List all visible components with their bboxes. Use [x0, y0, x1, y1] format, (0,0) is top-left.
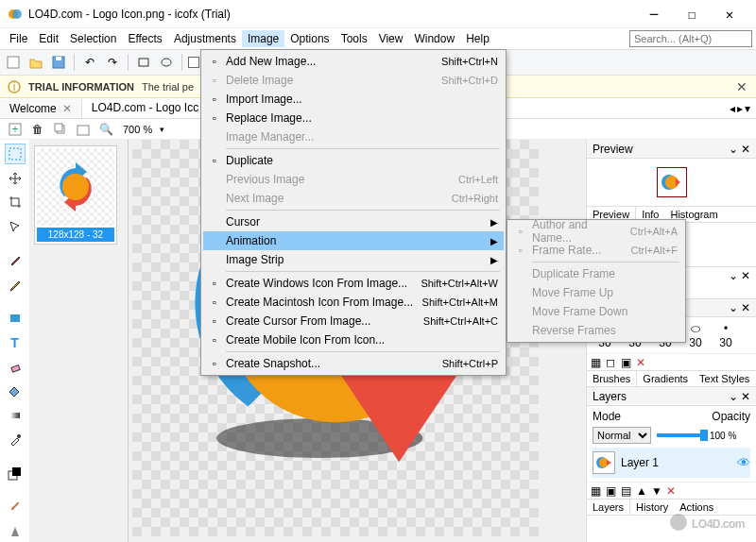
redo-icon[interactable]: ↷ [103, 53, 122, 72]
menu-item-create-snapshot[interactable]: ▫Create Snapshot...Shift+Ctrl+P [203, 354, 504, 373]
pointer-tool[interactable] [5, 216, 26, 237]
layers-body: Mode Opacity Normal 100 % Layer 1 👁 [587, 406, 756, 482]
menu-edit[interactable]: Edit [33, 30, 64, 47]
layer-group-icon[interactable]: ▤ [621, 484, 634, 498]
svg-rect-20 [12, 467, 21, 476]
antialias-checkbox[interactable] [188, 57, 199, 68]
menu-options[interactable]: Options [284, 30, 335, 47]
gradient-tool[interactable] [5, 405, 26, 426]
smudge-tool[interactable] [5, 498, 26, 518]
layers-collapse-icon[interactable]: ⌄ ✕ [729, 390, 750, 403]
svg-rect-5 [139, 59, 148, 66]
text-tool[interactable]: T [5, 332, 26, 353]
brush-tab-brushes[interactable]: Brushes [587, 371, 637, 386]
circle-shape-icon[interactable] [157, 53, 176, 72]
mode-label: Mode [593, 410, 621, 423]
menu-file[interactable]: File [4, 30, 33, 47]
menu-adjustments[interactable]: Adjustments [168, 30, 242, 47]
brush-tab-text-styles[interactable]: Text Styles [694, 371, 755, 386]
menu-image[interactable]: Image [242, 30, 284, 47]
menu-item-import-image[interactable]: ▫Import Image... [203, 90, 504, 109]
minimize-button[interactable]: ─ [635, 1, 673, 27]
menu-item-replace-image[interactable]: ▫Replace Image... [203, 109, 504, 127]
layers-tab-layers[interactable]: Layers [587, 500, 630, 515]
image-menu-dropdown: ▫Add New Image...Shift+Ctrl+N▫Delete Ima… [200, 49, 507, 376]
layer-row[interactable]: Layer 1 👁 [593, 448, 750, 478]
eyedropper-tool[interactable] [5, 430, 26, 450]
brush-tab-gradients[interactable]: Gradients [637, 371, 694, 386]
layer-new-icon[interactable]: ▦ [591, 484, 604, 498]
tab-close-icon[interactable]: ✕ [62, 102, 72, 115]
color-swap-icon[interactable] [5, 464, 26, 484]
menu-item-cursor[interactable]: Cursor▶ [203, 212, 504, 231]
menu-item-duplicate[interactable]: ▫Duplicate [203, 151, 504, 170]
brush-collapse-icon[interactable]: ⌄ ✕ [729, 301, 750, 314]
opacity-slider[interactable] [657, 433, 704, 437]
tab-scroll-arrows[interactable]: ◂ ▸ ▾ [730, 102, 756, 115]
trial-text: The trial pe [142, 81, 194, 93]
sharpen-tool[interactable] [5, 521, 26, 542]
tab-left-arrow-icon[interactable]: ◂ [730, 102, 735, 115]
layer-del-icon[interactable]: ✕ [666, 484, 679, 498]
brush-dup-icon[interactable]: ▣ [621, 356, 634, 369]
brush-add-icon[interactable]: ▦ [591, 356, 604, 369]
menu-item-create-macintosh-icon-from-image[interactable]: ▫Create Macintosh Icon From Image...Shif… [203, 293, 504, 312]
rect-select-tool[interactable] [5, 144, 26, 164]
eraser-tool[interactable] [5, 357, 26, 378]
delete-image-icon[interactable]: 🗑 [28, 120, 47, 139]
app-icon [8, 7, 23, 22]
tab-welcome[interactable]: Welcome✕ [0, 99, 82, 118]
zoom-dropdown-icon[interactable]: ▾ [160, 125, 164, 134]
rect-shape-icon[interactable] [134, 53, 153, 72]
trash-icon: ▫ [207, 73, 222, 88]
layer-thumbnail [593, 451, 615, 474]
crop-tool[interactable] [5, 193, 26, 213]
save-icon[interactable] [49, 53, 68, 72]
panel-collapse-icon[interactable]: ⌄ ✕ [729, 143, 750, 156]
brush-del-icon[interactable]: ✕ [636, 356, 649, 369]
menu-item-animation[interactable]: Animation▶ [203, 231, 504, 250]
fill-tool[interactable] [5, 381, 26, 402]
move-tool[interactable] [5, 168, 26, 189]
menu-item-image-strip[interactable]: Image Strip▶ [203, 250, 504, 269]
menu-help[interactable]: Help [460, 30, 495, 47]
close-button[interactable]: ✕ [711, 1, 748, 27]
menu-tools[interactable]: Tools [335, 30, 373, 47]
new-icon[interactable] [4, 53, 23, 72]
tab-dropdown-icon[interactable]: ▾ [745, 102, 750, 115]
menu-item-add-new-image[interactable]: ▫Add New Image...Shift+Ctrl+N [203, 52, 504, 71]
open-icon[interactable] [26, 53, 45, 72]
brush-new-icon[interactable]: ◻ [606, 356, 619, 369]
layer-visibility-icon[interactable]: 👁 [737, 455, 750, 470]
pencil-tool[interactable] [5, 275, 26, 296]
infobar-close-button[interactable]: ✕ [735, 80, 748, 93]
menu-item-create-cursor-from-image[interactable]: ▫Create Cursor From Image...Shift+Ctrl+A… [203, 312, 504, 330]
add-image-icon[interactable]: + [6, 120, 25, 139]
tab-right-arrow-icon[interactable]: ▸ [737, 102, 743, 115]
layer-dup-icon[interactable]: ▣ [606, 484, 619, 498]
layers-tab-history[interactable]: History [630, 500, 674, 515]
brush-preset[interactable]: •30 [712, 321, 740, 349]
thumbnail-item[interactable]: 128x128 - 32 [34, 145, 117, 245]
menu-effects[interactable]: Effects [122, 30, 167, 47]
brush-tool[interactable] [5, 250, 26, 271]
blend-mode-select[interactable]: Normal [593, 427, 651, 444]
svg-rect-15 [10, 314, 20, 322]
zoom-icon[interactable]: 🔍 [96, 120, 115, 139]
search-input[interactable] [629, 30, 752, 47]
rectangle-tool[interactable] [5, 308, 26, 329]
layer-up-icon[interactable]: ▲ [636, 484, 649, 498]
export-image-icon[interactable] [74, 120, 93, 139]
menu-window[interactable]: Window [408, 30, 460, 47]
zoom-value[interactable]: 700 % [119, 124, 156, 135]
undo-icon[interactable]: ↶ [80, 53, 99, 72]
menu-item-create-mobile-icon-from-icon[interactable]: ▫Create Mobile Icon From Icon... [203, 330, 504, 349]
menu-item-create-windows-icon-from-image[interactable]: ▫Create Windows Icon From Image...Shift+… [203, 274, 504, 293]
menu-selection[interactable]: Selection [64, 30, 122, 47]
layer-down-icon[interactable]: ▼ [651, 484, 664, 498]
svg-point-21 [62, 174, 89, 200]
maximize-button[interactable]: ☐ [673, 1, 711, 27]
menu-view[interactable]: View [373, 30, 409, 47]
duplicate-image-icon[interactable] [51, 120, 70, 139]
palette-collapse-icon[interactable]: ⌄ ✕ [729, 269, 750, 282]
